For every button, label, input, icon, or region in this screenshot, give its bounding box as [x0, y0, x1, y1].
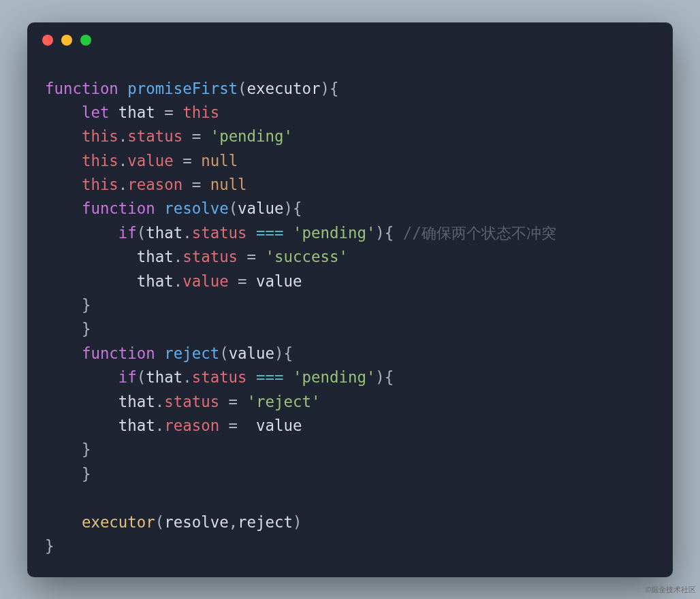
keyword-let: let	[82, 103, 109, 121]
keyword-if: if	[118, 224, 137, 242]
window-titlebar	[27, 22, 673, 58]
keyword-null: null	[201, 152, 238, 169]
keyword-this: this	[182, 103, 219, 121]
code-block: function promiseFirst(executor){ let tha…	[27, 58, 673, 572]
watermark: ©掘金技术社区	[646, 585, 696, 595]
comment: //确保两个状态不冲突	[403, 224, 556, 242]
keyword-function: function	[45, 80, 118, 97]
code-window: function promiseFirst(executor){ let tha…	[27, 22, 673, 577]
close-icon[interactable]	[42, 35, 53, 46]
function-call: executor	[82, 513, 155, 531]
maximize-icon[interactable]	[80, 35, 91, 46]
function-name: promiseFirst	[127, 80, 238, 97]
param: executor	[247, 80, 321, 97]
minimize-icon[interactable]	[61, 35, 72, 46]
